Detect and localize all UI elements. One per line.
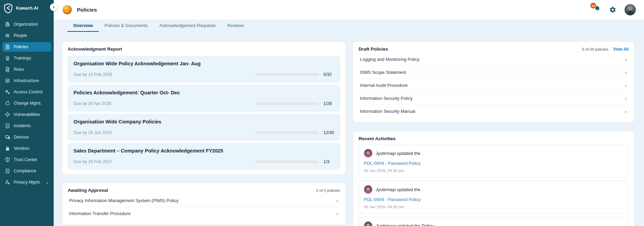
people-icon xyxy=(5,33,10,38)
due-date: Due by 26 Jun 2026 xyxy=(73,130,112,135)
sidebar-item-infrastructure[interactable]: Infrastructure xyxy=(2,76,51,85)
app-name: Kawach.AI xyxy=(16,6,38,11)
activity-timestamp: 30 Jan 2026, 04:30 pm xyxy=(364,169,623,173)
app-logo[interactable]: Kawach.AI xyxy=(0,0,54,19)
sidebar-item-trainings[interactable]: Trainings xyxy=(2,53,51,63)
user-avatar[interactable] xyxy=(625,4,636,15)
document-check-icon xyxy=(5,123,10,129)
activity-policy-link[interactable]: POL-0004 - Password Policy xyxy=(364,197,623,202)
tab-reviews[interactable]: Reviews xyxy=(222,19,250,32)
notification-badge: 12 xyxy=(590,3,596,9)
awaiting-count: 2 of 2 policies xyxy=(316,188,340,192)
notifications-button[interactable]: 12 xyxy=(594,5,601,14)
sidebar-item-label: Trainings xyxy=(14,56,31,61)
activity-timestamp: 30 Jan 2026, 04:30 pm xyxy=(364,205,623,209)
sidebar-item-devices[interactable]: Devices xyxy=(2,132,51,142)
acknowledgment-title: Policies Acknowledgement: Quarter Oct- D… xyxy=(73,90,334,95)
shield-icon xyxy=(5,157,10,162)
sidebar-item-label: Vendors xyxy=(14,146,29,151)
sidebar-item-vulnerabilities[interactable]: Vulnerabilities xyxy=(2,110,51,119)
policy-name: ISMS Scope Statement xyxy=(360,70,406,75)
activity-policy-link[interactable]: POL-0004 - Password Policy xyxy=(364,161,623,166)
tab-policies-documents[interactable]: Policies & Documents xyxy=(99,19,153,32)
policy-name: Information Security Manual xyxy=(360,109,415,114)
activity-text: Jyotirmayi updated the . xyxy=(376,151,423,156)
draft-count: 5 of 29 policies xyxy=(582,47,608,51)
activity-item[interactable]: Jyotirmayi updated the Policy. POL-0004 … xyxy=(359,217,629,226)
progress-bar xyxy=(255,160,319,163)
card-title: Draft Policies xyxy=(359,46,388,52)
tab-bar: Overview Policies & Documents Acknowledg… xyxy=(54,19,644,32)
activity-item[interactable]: Jyotirmayi updated the . POL-0004 - Pass… xyxy=(359,181,629,214)
sidebar-item-label: Policies xyxy=(14,44,28,49)
draft-policy-row[interactable]: Information Security Manual › xyxy=(359,105,629,118)
card-title: Recent Activities xyxy=(359,136,629,141)
sidebar-item-risks[interactable]: Risks xyxy=(2,65,51,74)
sidebar-item-label: Risks xyxy=(14,67,24,72)
sidebar-item-label: Compliance xyxy=(14,169,36,173)
activity-avatar xyxy=(364,149,373,158)
policy-name: Internal Audit Procedure xyxy=(360,83,407,88)
progress-bar xyxy=(255,102,319,105)
sidebar-item-vendors[interactable]: Vendors xyxy=(2,144,51,153)
sidebar-item-label: Organization xyxy=(14,22,38,27)
sidebar-item-trust-center[interactable]: Trust Center xyxy=(2,155,51,164)
layers-icon xyxy=(5,78,10,83)
devices-icon xyxy=(5,134,10,140)
policy-name: Logging and Monitoring Policy xyxy=(360,57,419,62)
sidebar-item-label: Incidents xyxy=(14,123,31,128)
tab-acknowledgement-requests[interactable]: Acknowledgement Requests xyxy=(153,19,222,32)
acknowledgment-item[interactable]: Policies Acknowledgement: Quarter Oct- D… xyxy=(68,85,340,111)
draft-policy-row[interactable]: Internal Audit Procedure › xyxy=(359,79,629,92)
sidebar-item-change-mgmt[interactable]: Change Mgmt. xyxy=(2,98,51,108)
sidebar-item-privacy-mgmt[interactable]: Privacy Mgmt. ⌄ xyxy=(2,177,51,187)
draft-policy-row[interactable]: Information Security Policy › xyxy=(359,92,629,105)
settings-button[interactable] xyxy=(609,6,616,13)
awaiting-policy-row[interactable]: Information Transfer Procedure › xyxy=(68,207,340,220)
chevron-right-icon: › xyxy=(625,83,627,88)
draft-policy-row[interactable]: ISMS Scope Statement › xyxy=(359,66,629,79)
acknowledgment-item[interactable]: Sales Department – Company Policy Acknow… xyxy=(68,143,340,170)
main-area: ✌ Policies 12 Overview Policies & Docume… xyxy=(54,0,644,226)
progress-value: 0/32 xyxy=(323,72,334,77)
acknowledgment-item[interactable]: Organisation Wide Policy Acknowledgement… xyxy=(68,56,340,82)
sidebar-item-people[interactable]: People xyxy=(2,31,51,40)
progress-bar xyxy=(255,73,319,76)
sidebar-item-organization[interactable]: Organization xyxy=(2,19,51,29)
due-date: Due by 28 Feb 2027 xyxy=(73,159,112,164)
view-all-link[interactable]: View All xyxy=(613,47,629,52)
page-emoji-icon: ✌ xyxy=(63,5,72,14)
acknowledgment-item[interactable]: Organisation Wide Company Policies Due b… xyxy=(68,114,340,141)
awaiting-policy-row[interactable]: Privacy Information Management System (P… xyxy=(68,194,340,207)
activity-text: Jyotirmayi updated the Policy. xyxy=(376,223,434,226)
tab-overview[interactable]: Overview xyxy=(67,19,99,32)
progress-value: 1/28 xyxy=(323,101,334,106)
activity-item[interactable]: Jyotirmayi updated the . POL-0004 - Pass… xyxy=(359,145,629,177)
sidebar-item-policies[interactable]: Policies xyxy=(2,42,51,52)
awaiting-approval-card: Awaiting Approval 2 of 2 policies Privac… xyxy=(62,183,346,225)
sidebar-nav: Organization People Policies Trainings R… xyxy=(0,19,54,188)
clipboard-check-icon xyxy=(5,168,10,174)
lock-icon xyxy=(5,146,10,151)
building-icon xyxy=(5,22,10,27)
acknowledgment-list: Organisation Wide Policy Acknowledgement… xyxy=(68,56,340,170)
sidebar-item-access-control[interactable]: Access Control xyxy=(2,87,51,97)
page-content: Acknowledgment Report Organisation Wide … xyxy=(54,32,644,226)
sidebar-item-label: Vulnerabilities xyxy=(14,112,40,117)
chevron-right-icon: › xyxy=(336,198,338,203)
chevron-down-icon: ⌄ xyxy=(45,180,49,185)
document-icon xyxy=(5,67,10,72)
progress-bar xyxy=(255,131,319,134)
sidebar-item-compliance[interactable]: Compliance xyxy=(2,166,51,176)
draft-policy-row[interactable]: Logging and Monitoring Policy › xyxy=(359,53,629,66)
chevron-right-icon: › xyxy=(336,211,338,216)
recent-activities-card: Recent Activities Jyotirmayi updated the… xyxy=(353,131,634,226)
sidebar-item-label: Access Control xyxy=(14,90,42,94)
progress-value: 1/3 xyxy=(323,159,334,164)
page-title: Policies xyxy=(77,7,97,13)
sidebar-item-incidents[interactable]: Incidents xyxy=(2,121,51,131)
right-column: Draft Policies 5 of 29 policies View All… xyxy=(353,41,634,226)
clipboard-icon xyxy=(5,44,10,50)
gear-icon xyxy=(609,6,616,13)
sidebar-collapse-button[interactable]: ‹ xyxy=(50,3,57,11)
